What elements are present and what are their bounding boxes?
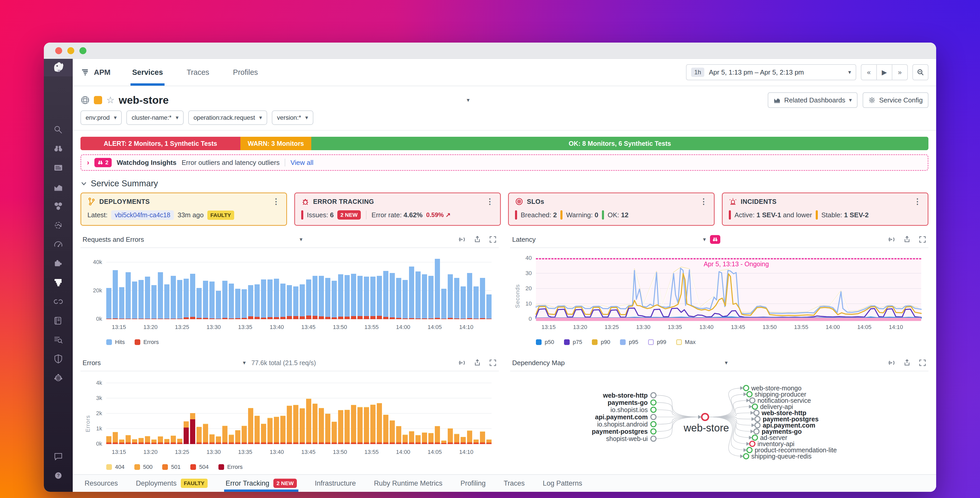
export-icon[interactable] xyxy=(474,359,481,367)
bar[interactable] xyxy=(383,378,388,444)
bar[interactable] xyxy=(351,255,356,319)
bar[interactable] xyxy=(351,378,356,444)
bar[interactable] xyxy=(364,378,369,444)
bar[interactable] xyxy=(364,255,369,319)
bar[interactable] xyxy=(325,378,330,444)
filter-version[interactable]: version:*▾ xyxy=(272,110,313,125)
tab-profiling[interactable]: Profiling xyxy=(460,475,485,492)
legend-item[interactable]: Hits xyxy=(106,339,125,345)
bar[interactable] xyxy=(274,255,279,319)
tab-traces[interactable]: Traces xyxy=(504,475,525,492)
tab-ruby-runtime-metrics[interactable]: Ruby Runtime Metrics xyxy=(374,475,442,492)
chevron-down-icon[interactable]: ▾ xyxy=(703,236,706,243)
bar[interactable] xyxy=(345,255,350,319)
bar[interactable] xyxy=(209,378,215,444)
bar[interactable] xyxy=(441,378,446,444)
bar[interactable] xyxy=(306,255,311,319)
bar[interactable] xyxy=(164,378,169,444)
monitor-status-ok[interactable]: OK: 8 Monitors, 6 Synthetic Tests xyxy=(311,137,928,150)
deployment-version-link[interactable]: vbi5ck04fm-ca4c18 xyxy=(111,210,174,220)
chart-title[interactable]: Dependency Map xyxy=(512,359,565,367)
bar[interactable] xyxy=(415,255,421,319)
bar[interactable] xyxy=(454,255,459,319)
card-menu-button[interactable]: ⋮ xyxy=(486,198,494,204)
bar[interactable] xyxy=(402,255,408,319)
bar[interactable] xyxy=(119,255,124,319)
bar[interactable] xyxy=(145,255,150,319)
bar[interactable] xyxy=(267,378,273,444)
bar[interactable] xyxy=(235,255,240,319)
legend-item[interactable]: 500 xyxy=(134,464,153,470)
bar[interactable] xyxy=(113,255,118,319)
bar[interactable] xyxy=(203,255,208,319)
zoom-window-button[interactable] xyxy=(80,47,86,54)
chevron-down-icon[interactable]: ▾ xyxy=(300,236,302,243)
watchdog-flag-badge[interactable] xyxy=(710,235,720,244)
bar[interactable] xyxy=(171,378,176,444)
bar[interactable] xyxy=(106,255,111,319)
bar[interactable] xyxy=(480,378,485,444)
bar[interactable] xyxy=(448,378,453,444)
chevron-down-icon[interactable]: ▾ xyxy=(848,69,851,76)
tab-infrastructure[interactable]: Infrastructure xyxy=(315,475,356,492)
bar[interactable] xyxy=(158,378,163,444)
tab-error-tracking[interactable]: Error Tracking2 NEW xyxy=(226,475,297,492)
create-monitor-icon[interactable] xyxy=(458,236,466,243)
dependency-node[interactable]: io.shopist.android xyxy=(597,421,656,428)
bar[interactable] xyxy=(428,378,434,444)
bar[interactable] xyxy=(190,378,195,444)
bar[interactable] xyxy=(332,378,337,444)
bar[interactable] xyxy=(370,378,375,444)
slos-card[interactable]: SLOs ⋮ Breached: 2 Warning: 0 OK: 12 xyxy=(508,193,714,226)
bar[interactable] xyxy=(338,255,343,319)
time-preset-chip[interactable]: 1h xyxy=(691,68,704,77)
favorite-star-icon[interactable]: ☆ xyxy=(106,96,115,105)
bar[interactable] xyxy=(229,255,234,319)
bar[interactable] xyxy=(222,255,228,319)
dependency-node[interactable]: shopist-web-ui xyxy=(606,435,656,442)
monitor-status-warn[interactable]: WARN: 3 Monitors xyxy=(240,137,311,150)
bar[interactable] xyxy=(467,378,472,444)
fullscreen-icon[interactable] xyxy=(489,236,497,243)
time-forward-button[interactable]: » xyxy=(892,64,908,80)
bar[interactable] xyxy=(474,378,479,444)
bar[interactable] xyxy=(435,255,440,319)
time-play-button[interactable]: ▶ xyxy=(876,64,892,80)
bar[interactable] xyxy=(293,378,298,444)
bar[interactable] xyxy=(274,378,279,444)
bar[interactable] xyxy=(216,255,221,319)
bar[interactable] xyxy=(358,378,363,444)
legend-item[interactable]: p95 xyxy=(620,339,638,345)
service-summary-header[interactable]: Service Summary xyxy=(81,179,928,188)
log-explorer-icon[interactable] xyxy=(44,330,73,350)
fullscreen-icon[interactable] xyxy=(489,359,497,367)
bar[interactable] xyxy=(242,378,247,444)
bar[interactable] xyxy=(171,255,176,319)
fullscreen-icon[interactable] xyxy=(919,359,926,367)
bar[interactable] xyxy=(255,378,260,444)
create-monitor-icon[interactable] xyxy=(888,236,896,243)
bar[interactable] xyxy=(151,378,156,444)
bar[interactable] xyxy=(151,255,156,319)
bar[interactable] xyxy=(338,378,343,444)
bar[interactable] xyxy=(396,255,401,319)
legend-item[interactable]: Errors xyxy=(135,339,159,345)
feedback-chat-icon[interactable] xyxy=(44,447,73,466)
legend-item[interactable]: p50 xyxy=(536,339,554,345)
monitor-status-alert[interactable]: ALERT: 2 Monitors, 1 Synthetic Tests xyxy=(81,137,240,150)
minimize-window-button[interactable] xyxy=(67,47,74,54)
tab-log-patterns[interactable]: Log Patterns xyxy=(543,475,582,492)
zoom-out-button[interactable] xyxy=(912,64,928,80)
related-dashboards-button[interactable]: Related Dashboards ▾ xyxy=(768,93,858,108)
network-icon[interactable] xyxy=(44,369,73,388)
bar[interactable] xyxy=(158,255,163,319)
filter-operation[interactable]: operation:rack.request▾ xyxy=(188,110,267,125)
legend-item[interactable]: p90 xyxy=(592,339,610,345)
bar[interactable] xyxy=(184,255,189,319)
bar[interactable] xyxy=(422,378,427,444)
ci-icon[interactable] xyxy=(44,292,73,311)
tab-deployments[interactable]: DeploymentsFAULTY xyxy=(136,475,208,492)
bar[interactable] xyxy=(106,378,111,444)
metrics-icon[interactable] xyxy=(44,177,73,196)
bar[interactable] xyxy=(345,378,350,444)
